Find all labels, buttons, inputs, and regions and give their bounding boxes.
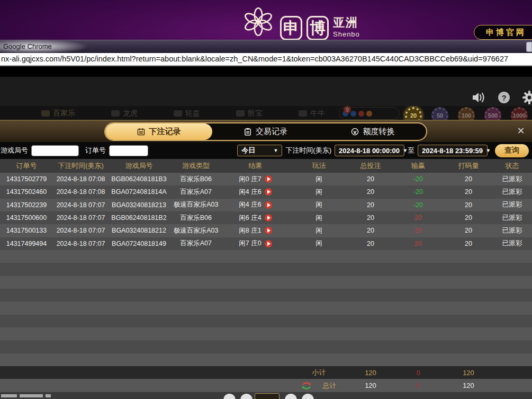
tab-bar: 下注记录 交易记录 额度转换 xyxy=(104,122,427,141)
table-cell: 20 xyxy=(445,214,492,221)
footer-cell: 0 xyxy=(392,369,445,377)
table-cell: 14317500600 xyxy=(0,214,53,221)
sidebar-item-龙虎[interactable]: 龙虎 xyxy=(111,109,138,118)
table-cell: 20 xyxy=(349,227,392,234)
transfer-arrows-icon[interactable] xyxy=(302,382,311,389)
first-page-button[interactable] xyxy=(223,394,236,399)
query-button[interactable]: 查询 xyxy=(495,144,529,157)
table-row[interactable]: 143174994942024-8-18 07:07BGA07240818149… xyxy=(0,237,532,250)
table-cell: 闲 xyxy=(288,239,349,248)
table-cell: 2024-8-18 07:07 xyxy=(53,201,109,209)
coin-icon xyxy=(351,128,359,136)
table-cell: 14317502779 xyxy=(0,175,53,183)
subtotal-row: 小计1200120 xyxy=(0,366,532,379)
footer-cell: 120 xyxy=(445,382,492,389)
table-cell: BGB062408181B3 xyxy=(109,175,169,183)
empty-row xyxy=(0,250,532,263)
date-range-select[interactable]: 今日 ▼ xyxy=(237,145,282,156)
chip-20[interactable]: 20 xyxy=(405,107,422,121)
help-icon[interactable]: ? xyxy=(498,92,510,103)
nav-label: 牛牛 xyxy=(310,109,325,118)
modal-header: 下注记录 交易记录 额度转换 ✕ xyxy=(0,121,532,142)
empty-row xyxy=(0,327,532,340)
play-icon[interactable] xyxy=(265,214,272,221)
play-icon[interactable] xyxy=(265,240,272,247)
table-cell: 百家乐A07 xyxy=(169,188,222,197)
table-cell: 2024-8-18 07:07 xyxy=(53,214,109,221)
sidebar-item-百家乐[interactable]: 百家乐 xyxy=(41,109,75,118)
table-cell: BGA07240818149 xyxy=(109,240,169,247)
notification-badge: 9 xyxy=(344,106,351,113)
tab-bet-records[interactable]: 下注记录 xyxy=(105,123,212,140)
sidebar-item-轮盘[interactable]: 轮盘 xyxy=(174,109,200,118)
column-header: 打码量 xyxy=(445,161,492,171)
clipboard-icon xyxy=(244,128,251,136)
play-icon[interactable] xyxy=(265,201,272,209)
play-icon[interactable] xyxy=(265,188,272,196)
chip-1000[interactable]: 1000 xyxy=(511,107,528,121)
table-cell: 2024-8-18 07:08 xyxy=(53,188,109,196)
last-page-button[interactable] xyxy=(302,394,314,399)
brand-char-shen: 申 xyxy=(280,16,302,40)
table-cell: 14317502460 xyxy=(0,188,53,196)
play-icon[interactable] xyxy=(265,227,272,234)
tab-transaction-records[interactable]: 交易记录 xyxy=(212,123,319,140)
gear-icon[interactable] xyxy=(522,91,532,104)
column-header: 玩法 xyxy=(288,161,349,171)
table-cell: BGA03240818212 xyxy=(109,227,169,234)
table-cell: -20 xyxy=(392,175,445,183)
table-cell: 百家乐B06 xyxy=(169,214,222,223)
table-cell: 20 xyxy=(445,188,492,196)
brand-region: 亚洲 xyxy=(333,17,360,29)
table-cell: 闲7 庄0 xyxy=(222,239,288,248)
game-nav-strip: 百家乐龙虎轮盘骰宝牛牛 9 20501005001000 xyxy=(0,106,532,121)
table-cell: 闲4 庄6 xyxy=(222,200,288,209)
chevron-down-icon: ▼ xyxy=(273,148,278,153)
sidebar-item-骰宝[interactable]: 骰宝 xyxy=(236,109,263,118)
table-cell: 已派彩 xyxy=(492,214,532,223)
table-row[interactable]: 143175001332024-8-18 07:07BGA03240818212… xyxy=(0,224,532,237)
window-control[interactable] xyxy=(526,42,532,52)
result-text: 闲8 庄1 xyxy=(239,226,261,235)
table-row[interactable]: 143175006002024-8-18 07:07BGB062408181B2… xyxy=(0,211,532,224)
date-from-select[interactable]: 2024-8-18 00:00:00 ▼ xyxy=(335,145,404,156)
table-body: 143175027792024-8-18 07:08BGB062408181B3… xyxy=(0,173,532,366)
nav-label: 轮盘 xyxy=(185,109,200,118)
table-cell: 百家乐A07 xyxy=(169,239,222,248)
table-cell: 已派彩 xyxy=(492,188,532,197)
page-number-input[interactable] xyxy=(255,393,279,399)
next-page-button[interactable] xyxy=(285,394,297,399)
table-cell: 已派彩 xyxy=(492,226,532,235)
play-icon[interactable] xyxy=(265,175,272,183)
prev-page-button[interactable] xyxy=(240,394,253,399)
chevron-down-icon: ▼ xyxy=(486,148,491,153)
chip-100[interactable]: 100 xyxy=(458,107,475,121)
official-site-button[interactable]: 申博官网 xyxy=(474,25,532,40)
chip-500[interactable]: 500 xyxy=(484,107,501,121)
table-cell: 14317499494 xyxy=(0,240,53,247)
chip-50[interactable]: 50 xyxy=(431,107,448,121)
table-cell: 20 xyxy=(445,227,492,234)
url-bar[interactable]: nx-ali.gqjcxs.com/h5V01/pc/index.html?re… xyxy=(0,53,532,66)
speaker-icon[interactable] xyxy=(472,92,485,103)
tab-quota-transfer[interactable]: 额度转换 xyxy=(319,123,426,140)
table-row[interactable]: 143175022392024-8-18 07:07BGA03240818213… xyxy=(0,199,532,211)
table-cell: -20 xyxy=(392,188,445,196)
close-icon[interactable]: ✕ xyxy=(515,125,527,137)
table-row[interactable]: 143175027792024-8-18 07:08BGB062408181B3… xyxy=(0,173,532,185)
game-icon xyxy=(299,110,307,117)
record-count-text xyxy=(1,394,51,397)
sidebar-item-牛牛[interactable]: 牛牛 xyxy=(299,109,325,118)
game-round-input[interactable] xyxy=(31,145,79,156)
screen: 申 博 亚洲 Shenbo 申博官网 Google Chrome nx-ali.… xyxy=(0,0,532,399)
order-number-input[interactable] xyxy=(109,145,148,156)
result-text: 闲0 庄7 xyxy=(239,175,261,184)
table-cell: 2024-8-18 07:07 xyxy=(53,240,109,247)
game-round-label: 游戏局号 xyxy=(1,146,28,155)
table-cell: 14317500133 xyxy=(0,227,53,234)
lotus-flower-icon xyxy=(241,4,276,39)
date-to-select[interactable]: 2024-8-18 23:59:59 ▼ xyxy=(418,145,488,156)
table-cell: 20 xyxy=(349,201,392,209)
table-row[interactable]: 143175024602024-8-18 07:08BGA0724081814A… xyxy=(0,185,532,198)
footer-cell: 0 xyxy=(392,382,445,389)
